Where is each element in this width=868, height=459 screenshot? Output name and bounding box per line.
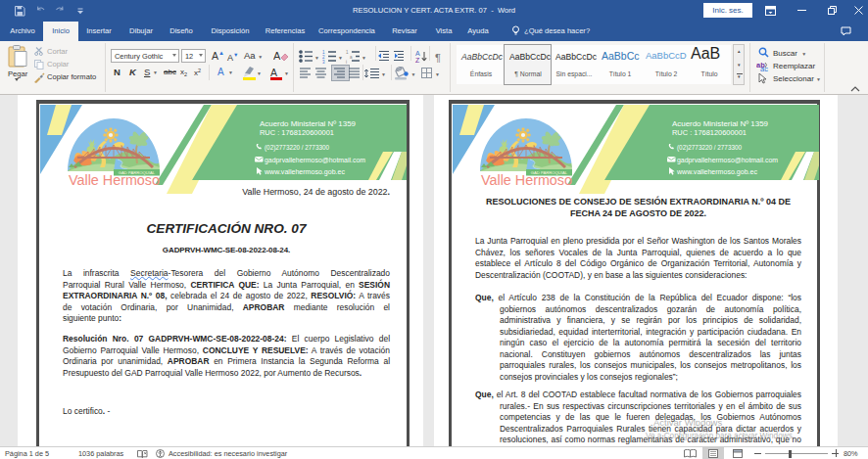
svg-text:a: a — [350, 55, 353, 60]
svg-text:▼: ▼ — [381, 71, 386, 77]
svg-text:A: A — [270, 67, 277, 78]
svg-text:A: A — [415, 50, 420, 57]
svg-text:▼: ▼ — [284, 70, 289, 76]
svg-text:▼: ▼ — [362, 55, 366, 61]
svg-text:▼: ▼ — [411, 71, 416, 77]
svg-text:i: i — [346, 60, 347, 65]
svg-text:▼: ▼ — [435, 71, 440, 77]
svg-text:▼: ▼ — [257, 70, 262, 76]
svg-text:A: A — [273, 50, 281, 62]
svg-text:1: 1 — [346, 50, 349, 55]
svg-text:▼: ▼ — [338, 55, 343, 61]
svg-text:ac: ac — [760, 65, 768, 71]
svg-text:▼: ▼ — [314, 55, 319, 61]
svg-text:¶: ¶ — [435, 52, 441, 64]
svg-text:Z: Z — [415, 57, 420, 64]
svg-text:3: 3 — [322, 60, 325, 65]
